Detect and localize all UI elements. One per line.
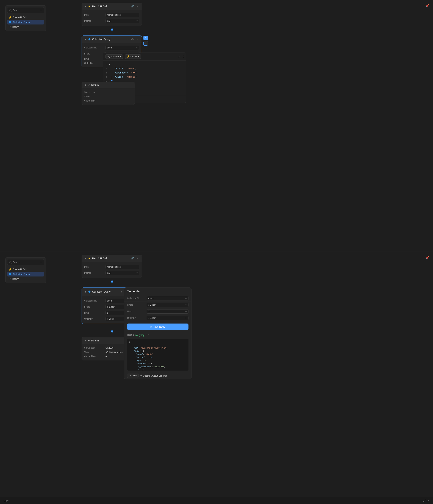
- result-header: Result OK (200) ⧉ ⛶: [127, 333, 189, 337]
- chevron-ret-1[interactable]: ▼: [84, 84, 87, 86]
- cn-label-1: Collection N...: [84, 46, 104, 49]
- editor-header-1: (x) Variables ▾ 🔑 Secrets ▾ ⤢ ⛶: [103, 53, 186, 61]
- copy-result-icon[interactable]: ⧉: [144, 334, 145, 337]
- search-input-2[interactable]: Search ☰: [7, 259, 44, 265]
- filter-icon-2[interactable]: ☰: [40, 261, 42, 264]
- chevron-ret-2[interactable]: ▼: [84, 339, 87, 342]
- rest-api-node-1: ▼ ⚡ Rest API Call 🔗 ··· Path /complex-fi…: [82, 3, 142, 26]
- method-label-2: Method: [84, 272, 104, 274]
- filters-label-1: Filters: [84, 53, 104, 55]
- chevron-cq-2[interactable]: ▼: [84, 290, 87, 293]
- cq-title-2: Collection Query: [92, 290, 118, 293]
- test-orderby-value[interactable]: ƒ Editor ✏: [147, 316, 189, 320]
- test-filters-label: Filters: [127, 304, 145, 306]
- sidebar-item-collection-query-2[interactable]: 🔷 Collection Query: [7, 272, 44, 277]
- action-btn-2[interactable]: ℹ: [143, 41, 148, 46]
- sidebar-item-rest-api-2[interactable]: ⚡ Rest API Call: [7, 267, 44, 272]
- sidebar-item-collection-query-1[interactable]: 🔷 Collection Query: [7, 20, 44, 25]
- secrets-label-1: Secrets: [130, 55, 138, 58]
- code-line-4: 4 "value": "Marta": [105, 75, 183, 79]
- test-cn-edit[interactable]: ✏: [185, 297, 187, 300]
- connector-group-2: [111, 76, 113, 81]
- secrets-btn-1[interactable]: 🔑 Secrets ▾: [125, 54, 141, 59]
- pin-icon-1[interactable]: 📌: [425, 4, 429, 8]
- collection-query-header-1: ▼ 🔷 Collection Query ▷ </> ···: [82, 36, 142, 43]
- sidebar-item-return-2[interactable]: ↩ Return: [7, 277, 44, 281]
- more-icon-2[interactable]: ···: [136, 257, 139, 260]
- sidebar-item-rest-api-1[interactable]: ⚡ Rest API Call: [7, 15, 44, 20]
- test-limit-value[interactable]: 3 ✏: [147, 309, 189, 314]
- test-orderby-row: Order By ƒ Editor ✏: [124, 315, 191, 321]
- return-icon-sb-2: ↩: [9, 278, 11, 280]
- json-format-label: JSON: [129, 374, 135, 377]
- return-header-1: ▼ ↩ Return: [82, 82, 135, 88]
- api-icon-1: ⚡: [88, 5, 91, 8]
- play-icon-2[interactable]: ▷: [120, 290, 123, 294]
- link-icon-2[interactable]: 🔗: [131, 257, 134, 260]
- path-row-2: Path /complex-filters: [84, 264, 139, 270]
- test-orderby-edit[interactable]: ✏: [185, 317, 187, 319]
- sidebar-1: Search ☰ ⚡ Rest API Call 🔷 Collection Qu…: [5, 5, 46, 31]
- result-json: [ { "id": "ZVugHPDKDuYxLoA0prW0", "data"…: [127, 339, 189, 370]
- expand-result-icon[interactable]: ⛶: [147, 334, 149, 337]
- logs-chevron-icon[interactable]: ∧: [427, 499, 429, 502]
- path-value-1[interactable]: /complex-filters: [105, 13, 139, 17]
- test-filters-value[interactable]: ƒ Editor ✏: [147, 303, 189, 307]
- more-icon-1[interactable]: ···: [136, 5, 139, 8]
- edit-cn-1[interactable]: ✏: [136, 47, 138, 49]
- run-label: Run Node: [154, 325, 165, 328]
- return-icon-1: ↩: [9, 26, 11, 28]
- pin-icon-2[interactable]: 📌: [425, 256, 429, 260]
- result-section: Result OK (200) ⧉ ⛶ [ { "id": "ZVugHPDKD…: [124, 332, 191, 372]
- cn-label-2: Collection N...: [84, 300, 104, 302]
- return-node-1: ▼ ↩ Return Status code Value Cache Time: [82, 82, 135, 105]
- return-title-1: Return: [91, 84, 132, 86]
- method-value-2[interactable]: GET ▾: [105, 271, 139, 275]
- json-format-select[interactable]: JSON ▾: [127, 374, 139, 378]
- more-cq-1[interactable]: ···: [136, 37, 139, 41]
- path-value-2[interactable]: /complex-filters: [105, 265, 139, 269]
- run-node-button[interactable]: ▷ Run Node: [127, 324, 189, 330]
- panel-2: 📌 Search ☰ ⚡ Rest API Call 🔷 Collection …: [0, 252, 433, 504]
- chevron-down-method-1: ▾: [137, 20, 138, 22]
- cq-icon-2: 🔷: [88, 290, 91, 293]
- logs-bar: Logs ⛶ ∧: [0, 497, 433, 504]
- link-icon-1[interactable]: 🔗: [131, 5, 134, 8]
- logs-bar-right: ⛶ ∧: [423, 499, 429, 502]
- play-icon-1[interactable]: ▷: [126, 37, 129, 41]
- cn-value-1[interactable]: users ✏: [105, 46, 139, 50]
- value-label-1: Value: [84, 95, 104, 98]
- update-schema-btn[interactable]: ↻ Update Output Schema: [140, 374, 167, 377]
- connector-dot-4: [111, 330, 113, 333]
- side-actions-1: ✕ ℹ: [143, 36, 148, 46]
- test-cn-value[interactable]: users ✏: [147, 296, 189, 300]
- rest-api-body-2: Path /complex-filters Method GET ▾: [82, 262, 142, 278]
- chevron-secrets-1: ▾: [138, 55, 139, 58]
- sidebar-item-label-rest-api-2: Rest API Call: [13, 268, 26, 271]
- test-filters-edit[interactable]: ✏: [185, 304, 187, 306]
- logs-expand-icon[interactable]: ⛶: [423, 499, 425, 502]
- result-footer: JSON ▾ ↻ Update Output Schema: [124, 372, 191, 379]
- test-panel-title: Test node: [124, 288, 191, 295]
- test-limit-edit[interactable]: ✏: [185, 310, 187, 313]
- chevron-icon-1[interactable]: ▼: [84, 5, 87, 8]
- method-value-1[interactable]: GET ▾: [105, 19, 139, 23]
- filter-icon-1[interactable]: ☰: [40, 9, 42, 12]
- test-cn-row: Collection N... users ✏: [124, 295, 191, 302]
- search-input-1[interactable]: Search ☰: [7, 7, 44, 13]
- test-filters-row: Filters ƒ Editor ✏: [124, 302, 191, 308]
- limit-label-2: Limit: [84, 312, 104, 314]
- code-icon-1[interactable]: </>: [131, 37, 134, 41]
- chevron-json: ▾: [136, 374, 137, 377]
- code-line-2: 2 "field": "name",: [105, 67, 183, 71]
- rest-api-body-1: Path /complex-filters Method GET ▾: [82, 10, 142, 26]
- method-row-2: Method GET ▾: [84, 270, 139, 276]
- chevron-cq-1[interactable]: ▼: [84, 38, 87, 41]
- action-btn-1[interactable]: ✕: [143, 36, 148, 40]
- sidebar-item-return-1[interactable]: ↩ Return: [7, 25, 44, 29]
- fullscreen-icon-1[interactable]: ⛶: [182, 55, 183, 58]
- expand-icon-1[interactable]: ⤢: [178, 55, 180, 58]
- chevron-api-2[interactable]: ▼: [84, 257, 87, 260]
- variables-btn-1[interactable]: (x) Variables ▾: [105, 54, 123, 59]
- code-line-1: 1{: [105, 63, 183, 67]
